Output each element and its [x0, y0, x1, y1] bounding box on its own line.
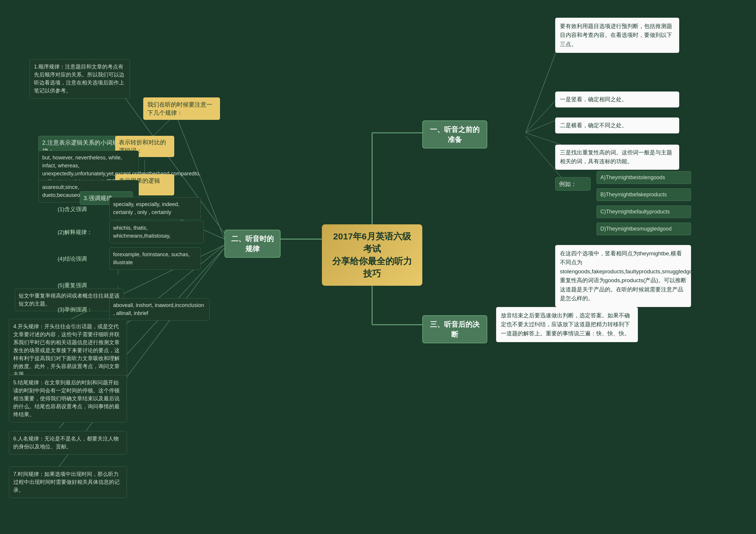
- option-a-label: A)Theymightbestolengoods: [600, 174, 665, 180]
- rule4-content: 4.开头规律：开头往往会引出话题，或是交代文章要讨述的内容，这些句子需要仔细听并…: [13, 324, 120, 377]
- emphasis1-content-node: specially, especially, indeed, certainly…: [109, 197, 201, 220]
- mindmap-container: 2017年6月英语六级考试 分享给你最全的听力技巧 一、听音之前的准备 二、听音…: [0, 0, 756, 534]
- example-analysis-content: 在这四个选项中，竖看相同点为theymightbe,横看不同点为stolengo…: [560, 250, 703, 301]
- prep3-content: 三是找出重复性高的词。这些词一般是与主题相关的词，具有连标的功能。: [560, 149, 672, 164]
- emphasis1-content: specially, especially, indeed, certainly…: [113, 201, 179, 215]
- explain-content: whichis, thatis, whichmeans,thatistosay,: [113, 225, 171, 239]
- section3-node: 三、听音后的决断: [422, 315, 487, 343]
- rule2-intro-node: 我们在听的时候要注意一下几个规律：: [143, 97, 220, 120]
- rule7-node: 7.时间规律：如果选项中出现时间，那么听力过程中出现时间时需要做好相关具体信息的…: [9, 467, 127, 498]
- decision-node: 放音结束之后要迅速做出判断，选定答案。如果不确定也不要太过纠结，应该放下这道题把…: [496, 307, 638, 342]
- option-c-label: C)Theymightbefaultyproducts: [600, 209, 670, 215]
- section1-node: 一、听音之前的准备: [422, 120, 487, 148]
- prep2-node: 二是横看，确定不同之处。: [555, 118, 679, 133]
- explain-content-node: whichis, thatis, whichmeans,thatistosay,: [109, 221, 204, 243]
- conclude-content: forexample, forinstance, suchas, illustr…: [113, 252, 190, 265]
- section2-label: 二、听音时的规律: [231, 235, 274, 253]
- center-title-line2: 分享给你最全的听力技巧: [331, 255, 414, 280]
- decision-content: 放音结束之后要迅速做出判断，选定答案。如果不确定也不要太过纠结，应该放下这道题把…: [501, 312, 630, 336]
- section3-label: 三、听音后的决断: [430, 320, 480, 338]
- prep1-content: 一是竖看，确定相同之处。: [560, 96, 627, 102]
- emphasis1-label-node: (1)含义强调: [55, 204, 102, 215]
- rule4-node: 4.开头规律：开头往往会引出话题，或是交代文章要讨述的内容，这些句子需要仔细听并…: [9, 319, 127, 382]
- rule7-content: 7.时间规律：如果选项中出现时间，那么听力过程中出现时间时需要做好相关具体信息的…: [13, 471, 120, 493]
- rule5-content: 5.结尾规律：在文章到最后的时刻和问题开始读的时刻中间会有一定时间的停顿。这个停…: [13, 380, 120, 417]
- svg-line-21: [526, 133, 561, 145]
- rule1-content: 1.顺序规律：注意题目和文章的考点有先后顺序对应的关系。所以我们可以边听边看选项…: [34, 64, 124, 93]
- option-b-node: B)Theymightbefakeproducts: [597, 188, 691, 201]
- example-label-node: (3)举例强调：: [55, 304, 102, 315]
- emphasis1-label: (1)含义强调: [58, 206, 87, 212]
- rule6-node: 6.人名规律：无论是不是名人，都要关注人物的身份以及地位、贡献。: [9, 431, 127, 455]
- conclude-label-node: (4)结论强调: [55, 253, 102, 265]
- section2-node: 二、听音时的规律: [225, 230, 281, 258]
- center-title-line1: 2017年6月英语六级考试: [331, 230, 414, 255]
- option-d-node: D)Theymightbesmuggledgood: [597, 223, 691, 235]
- example-analysis-node: 在这四个选项中，竖看相同点为theymightbe,横看不同点为stolengo…: [555, 245, 691, 307]
- prep-intro-node: 要有效利用题目选项进行预判断，包括推测题目内容和考查内容。在看选项时，要做到以下…: [555, 18, 679, 53]
- prep2-content: 二是横看，确定不同之处。: [560, 122, 627, 128]
- rule1-node: 1.顺序规律：注意题目和文章的考点有先后顺序对应的关系。所以我们可以边听边看选项…: [30, 59, 130, 98]
- section1-label: 一、听音之前的准备: [430, 125, 480, 144]
- conclude-content-node: forexample, forinstance, suchas, illustr…: [109, 247, 201, 270]
- option-b-label: B)Theymightbefakeproducts: [600, 192, 667, 198]
- prep3-node: 三是找出重复性高的词。这些词一般是与主题相关的词，具有连标的功能。: [555, 145, 679, 170]
- rule5-node: 5.结尾规律：在文章到最后的时刻和问题开始读的时刻中间会有一定时间的停顿。这个停…: [9, 375, 127, 422]
- option-c-node: C)Theymightbefaultyproducts: [597, 205, 691, 218]
- center-node: 2017年6月英语六级考试 分享给你最全的听力技巧: [322, 224, 422, 286]
- rule6-content: 6.人名规律：无论是不是名人，都要关注人物的身份以及地位、贡献。: [13, 436, 119, 450]
- option-a-node: A)Theymightbestolengoods: [597, 171, 691, 184]
- option-d-label: D)Theymightbesmuggledgood: [600, 226, 671, 232]
- explain-label-node: (2)解释规律：: [55, 227, 102, 238]
- conclude-label: (4)结论强调: [58, 255, 87, 262]
- example-label: (3)举例强调：: [58, 307, 93, 313]
- prep1-node: 一是竖看，确定相同之处。: [555, 92, 679, 107]
- example-intro-label: 例如：: [559, 181, 577, 187]
- repeat-label: (5)重复强调: [58, 282, 87, 288]
- example-content: aboveall, inshort, inaword,inconclusion …: [113, 302, 204, 316]
- rule2-intro-label: 我们在听的时候要注意一下几个规律：: [148, 101, 212, 116]
- prep-intro-content: 要有效利用题目选项进行预判断，包括推测题目内容和考查内容。在看选项时，要做到以下…: [560, 23, 672, 47]
- example-content-node: aboveall, inshort, inaword,inconclusion …: [109, 298, 210, 321]
- example-intro-node: 例如：: [555, 177, 591, 191]
- explain-label: (2)解释规律：: [58, 229, 93, 235]
